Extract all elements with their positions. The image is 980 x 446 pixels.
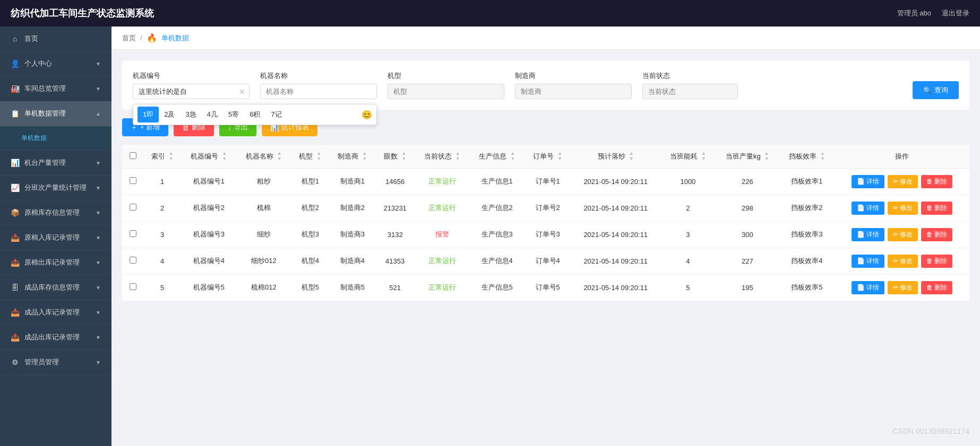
fire-icon: 🔥 [147, 33, 157, 43]
chevron-down-icon: ▼ [96, 185, 101, 191]
sort-production-info[interactable]: ▲▼ [510, 151, 515, 162]
cell-order-no: 订单号1 [525, 168, 571, 195]
chevron-down-icon: ▼ [96, 260, 101, 266]
cell-estimated-yarn: 2021-05-14 09:20:11 [571, 274, 660, 301]
row-delete-button[interactable]: 🗑 删除 [921, 228, 952, 241]
cell-production-info: 生产信息5 [469, 274, 525, 301]
cell-efficiency: 挡板效率3 [779, 221, 835, 248]
sort-machine-name[interactable]: ▲▼ [277, 151, 282, 162]
cell-index: 3 [143, 221, 181, 248]
sort-index[interactable]: ▲▼ [169, 151, 174, 162]
sidebar-item-product-storage[interactable]: 🗄 成品库存信息管理 ▼ [0, 275, 111, 300]
sidebar-item-home[interactable]: ⌂ 首页 [0, 27, 111, 51]
cell-index: 5 [143, 274, 181, 301]
emoji-button[interactable]: 😊 [362, 110, 372, 120]
sort-efficiency[interactable]: ▲▼ [820, 151, 825, 162]
sidebar-item-single-machine-mgmt[interactable]: 📋 单机数据管理 ▲ [0, 101, 111, 126]
row-checkbox[interactable] [130, 204, 136, 211]
breadcrumb-home[interactable]: 首页 [122, 33, 136, 43]
autocomplete-item-2[interactable]: 2及 [159, 107, 180, 123]
sort-shift-energy[interactable]: ▲▼ [701, 151, 706, 162]
sidebar-item-personal[interactable]: 👤 个人中心 ▼ [0, 51, 111, 76]
sort-machine-type[interactable]: ▲▼ [316, 151, 321, 162]
row-delete-button[interactable]: 🗑 删除 [921, 202, 952, 215]
sidebar-item-raw-out[interactable]: 📤 原棉出库记录管理 ▼ [0, 250, 111, 275]
status-input[interactable] [642, 84, 738, 99]
sort-manufacturer[interactable]: ▲▼ [362, 151, 367, 162]
filter-section: 机器编号 ✕ 机器名称 机型 [122, 60, 969, 110]
edit-button[interactable]: ✏ 修改 [888, 175, 918, 188]
sidebar-item-product-in[interactable]: 📥 成品入库记录管理 ▼ [0, 300, 111, 325]
search-button[interactable]: 🔍 查询 [913, 81, 959, 99]
detail-button[interactable]: 📄 详情 [852, 255, 884, 268]
row-checkbox[interactable] [130, 177, 136, 184]
sidebar-item-workshop[interactable]: 🏭 车间总览管理 ▼ [0, 76, 111, 101]
machine-name-input[interactable] [260, 84, 377, 99]
row-checkbox-cell [122, 168, 143, 195]
cell-eye-count: 213231 [376, 195, 415, 221]
detail-icon: 📄 [857, 257, 865, 265]
sidebar-item-label: 单机数据管理 [24, 109, 66, 118]
clear-icon[interactable]: ✕ [239, 88, 245, 96]
sidebar-item-raw-storage[interactable]: 📦 原棉库存信息管理 ▼ [0, 200, 111, 225]
status-filter: 当前状态 [642, 71, 738, 99]
select-all-checkbox[interactable] [130, 152, 136, 159]
edit-button[interactable]: ✏ 修改 [888, 255, 918, 268]
sort-order-no[interactable]: ▲▼ [557, 151, 562, 162]
table-row: 4 机器编号4 细纱012 机型4 制造商4 41353 正常运行 生产信息4 … [122, 248, 969, 274]
edit-button[interactable]: ✏ 修改 [888, 202, 918, 215]
row-delete-button[interactable]: 🗑 删除 [921, 281, 952, 294]
chevron-up-icon: ▲ [96, 111, 101, 117]
cell-machine-type: 机型5 [291, 274, 329, 301]
row-checkbox[interactable] [130, 230, 136, 237]
machine-name-filter: 机器名称 [260, 71, 377, 99]
header-eye-count: 眼数 ▲▼ [376, 145, 415, 168]
autocomplete-item-1[interactable]: 1即 [137, 107, 159, 123]
cell-eye-count: 14656 [376, 168, 415, 195]
sort-status[interactable]: ▲▼ [455, 151, 460, 162]
cell-shift-energy: 5 [660, 274, 716, 301]
machine-type-input[interactable] [388, 84, 504, 99]
cell-order-no: 订单号2 [525, 195, 571, 221]
sort-machine-id[interactable]: ▲▼ [222, 151, 227, 162]
row-delete-button[interactable]: 🗑 删除 [921, 175, 952, 188]
autocomplete-item-3[interactable]: 3急 [180, 107, 201, 123]
table-row: 3 机器编号3 细纱 机型3 制造商3 3132 报警 生产信息3 订单号3 2… [122, 221, 969, 248]
sidebar-item-machine-yield[interactable]: 📊 机台产量管理 ▼ [0, 151, 111, 176]
sidebar-item-label: 原棉入库记录管理 [24, 233, 80, 242]
sidebar-item-product-out[interactable]: 📤 成品出库记录管理 ▼ [0, 325, 111, 350]
sidebar-item-shift-stats[interactable]: 📈 分班次产量统计管理 ▼ [0, 176, 111, 200]
cell-production-info: 生产信息4 [469, 248, 525, 274]
chevron-down-icon: ▼ [96, 285, 101, 291]
product-out-icon: 📤 [11, 333, 19, 342]
cell-eye-count: 41353 [376, 248, 415, 274]
sidebar-item-admin[interactable]: ⚙ 管理员管理 ▼ [0, 350, 111, 375]
detail-button[interactable]: 📄 详情 [852, 228, 884, 241]
sidebar-item-single-data[interactable]: 单机数据 [0, 126, 111, 151]
table-header-row: 索引 ▲▼ 机器编号 ▲▼ [122, 145, 969, 168]
edit-button[interactable]: ✏ 修改 [888, 281, 918, 294]
machine-id-input[interactable] [133, 84, 250, 99]
cell-machine-id: 机器编号4 [181, 248, 236, 274]
detail-button[interactable]: 📄 详情 [852, 281, 884, 294]
edit-button[interactable]: ✏ 修改 [888, 228, 918, 241]
detail-button[interactable]: 📄 详情 [852, 202, 884, 215]
chevron-down-icon: ▼ [96, 61, 101, 67]
autocomplete-item-7[interactable]: 7记 [265, 107, 287, 123]
sort-shift-yield[interactable]: ▲▼ [764, 151, 769, 162]
sort-estimated-yarn[interactable]: ▲▼ [629, 151, 634, 162]
autocomplete-item-6[interactable]: 6积 [244, 107, 265, 123]
autocomplete-item-5[interactable]: 5寄 [223, 107, 244, 123]
autocomplete-item-4[interactable]: 4几 [202, 107, 223, 123]
detail-button[interactable]: 📄 详情 [852, 175, 884, 188]
manufacturer-input[interactable] [515, 84, 632, 99]
table-row: 1 机器编号1 粗纱 机型1 制造商1 14656 正常运行 生产信息1 订单号… [122, 168, 969, 195]
row-delete-button[interactable]: 🗑 删除 [921, 255, 952, 268]
row-checkbox[interactable] [130, 283, 136, 290]
cell-index: 4 [143, 248, 181, 274]
sort-eye-count[interactable]: ▲▼ [401, 151, 406, 162]
list-icon: 📋 [11, 109, 19, 118]
sidebar-item-raw-in[interactable]: 📥 原棉入库记录管理 ▼ [0, 225, 111, 250]
row-checkbox[interactable] [130, 257, 136, 264]
logout-button[interactable]: 退出登录 [942, 8, 969, 18]
